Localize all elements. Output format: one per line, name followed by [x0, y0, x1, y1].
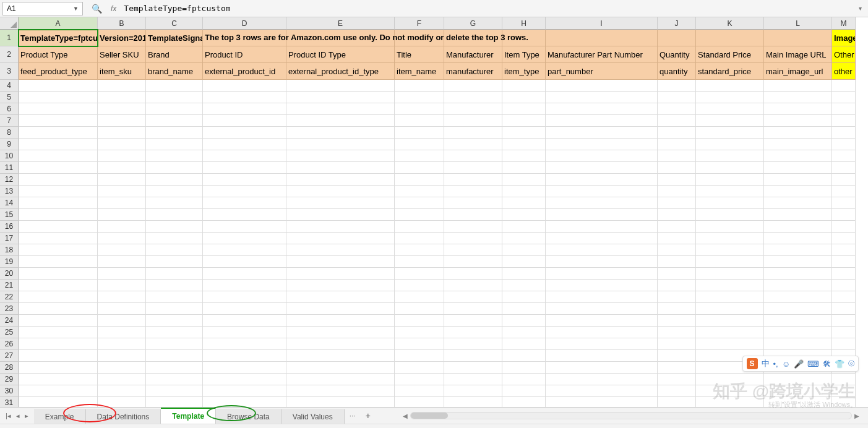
cell-G24[interactable] — [444, 315, 502, 327]
cell-E6[interactable] — [286, 103, 395, 115]
cell-I29[interactable] — [546, 374, 658, 385]
cell-A28[interactable] — [19, 362, 98, 374]
cell-D12[interactable] — [203, 174, 286, 186]
hscroll-right-icon[interactable]: ▶ — [852, 413, 862, 419]
row-header-21[interactable]: 21 — [0, 280, 19, 291]
cell-E3[interactable]: external_product_id_type — [286, 63, 395, 80]
cell-B24[interactable] — [98, 315, 146, 327]
cell-F17[interactable] — [395, 233, 444, 244]
cell-D31[interactable] — [203, 397, 286, 407]
name-box[interactable]: A1 ▼ — [2, 2, 83, 15]
cell-B30[interactable] — [98, 385, 146, 397]
cell-D21[interactable] — [203, 280, 286, 291]
cell-D18[interactable] — [203, 244, 286, 256]
cell-A13[interactable] — [19, 186, 98, 197]
sheet-tab-valid-values[interactable]: Valid Values — [281, 409, 345, 424]
cell-M19[interactable] — [832, 256, 856, 268]
spreadsheet[interactable]: ABCDEFGHIJKLM1TemplateType=fptcustomVers… — [0, 17, 868, 407]
cell-E19[interactable] — [286, 256, 395, 268]
cell-A1[interactable]: TemplateType=fptcustom — [19, 30, 98, 46]
cell-G14[interactable] — [444, 197, 502, 209]
cell-K24[interactable] — [696, 315, 764, 327]
cell-D6[interactable] — [203, 103, 286, 115]
cell-K30[interactable] — [696, 385, 764, 397]
cell-D28[interactable] — [203, 362, 286, 374]
cell-C6[interactable] — [146, 103, 203, 115]
cell-M8[interactable] — [832, 127, 856, 139]
cell-I1[interactable] — [546, 30, 658, 46]
cell-M4[interactable] — [832, 80, 856, 92]
cell-J8[interactable] — [658, 127, 696, 139]
cell-L26[interactable] — [764, 338, 832, 350]
cell-A24[interactable] — [19, 315, 98, 327]
cell-C28[interactable] — [146, 362, 203, 374]
cell-H11[interactable] — [502, 162, 546, 174]
row-header-9[interactable]: 9 — [0, 139, 19, 150]
cell-B31[interactable] — [98, 397, 146, 407]
cell-C30[interactable] — [146, 385, 203, 397]
cell-F24[interactable] — [395, 315, 444, 327]
cell-C25[interactable] — [146, 327, 203, 338]
ime-emoji-icon[interactable]: ☺ — [782, 359, 790, 369]
cell-G16[interactable] — [444, 221, 502, 233]
cell-K25[interactable] — [696, 327, 764, 338]
select-all-corner[interactable] — [0, 17, 19, 30]
cell-A26[interactable] — [19, 338, 98, 350]
cell-I13[interactable] — [546, 186, 658, 197]
cell-E24[interactable] — [286, 315, 395, 327]
cell-B27[interactable] — [98, 350, 146, 362]
cell-L30[interactable] — [764, 385, 832, 397]
cell-F28[interactable] — [395, 362, 444, 374]
cell-F27[interactable] — [395, 350, 444, 362]
col-header-E[interactable]: E — [286, 17, 395, 30]
cell-F7[interactable] — [395, 115, 444, 127]
col-header-J[interactable]: J — [658, 17, 696, 30]
cell-C4[interactable] — [146, 80, 203, 92]
cell-F4[interactable] — [395, 80, 444, 92]
cell-E12[interactable] — [286, 174, 395, 186]
cell-D5[interactable] — [203, 92, 286, 103]
cell-B21[interactable] — [98, 280, 146, 291]
cell-F15[interactable] — [395, 209, 444, 221]
cell-C26[interactable] — [146, 338, 203, 350]
cell-F22[interactable] — [395, 291, 444, 303]
row-header-1[interactable]: 1 — [0, 30, 19, 46]
row-header-18[interactable]: 18 — [0, 244, 19, 256]
formula-input[interactable] — [121, 2, 850, 15]
cell-K15[interactable] — [696, 209, 764, 221]
cell-H12[interactable] — [502, 174, 546, 186]
cell-B11[interactable] — [98, 162, 146, 174]
cell-F2[interactable]: Title — [395, 46, 444, 63]
cell-H4[interactable] — [502, 80, 546, 92]
cell-A15[interactable] — [19, 209, 98, 221]
col-header-A[interactable]: A — [19, 17, 98, 30]
cell-J12[interactable] — [658, 174, 696, 186]
cell-I3[interactable]: part_number — [546, 63, 658, 80]
cell-J19[interactable] — [658, 256, 696, 268]
cell-K23[interactable] — [696, 303, 764, 315]
cell-I23[interactable] — [546, 303, 658, 315]
cell-F21[interactable] — [395, 280, 444, 291]
cell-M7[interactable] — [832, 115, 856, 127]
cell-E17[interactable] — [286, 233, 395, 244]
cell-G25[interactable] — [444, 327, 502, 338]
cell-F29[interactable] — [395, 374, 444, 385]
cell-H31[interactable] — [502, 397, 546, 407]
ime-punct-icon[interactable]: •, — [773, 359, 778, 369]
cell-L2[interactable]: Main Image URL — [764, 46, 832, 63]
sheet-tab-example[interactable]: Example — [34, 409, 86, 424]
cell-G18[interactable] — [444, 244, 502, 256]
cell-B7[interactable] — [98, 115, 146, 127]
col-header-F[interactable]: F — [395, 17, 444, 30]
cell-D27[interactable] — [203, 350, 286, 362]
cell-G19[interactable] — [444, 256, 502, 268]
cell-I16[interactable] — [546, 221, 658, 233]
cell-L15[interactable] — [764, 209, 832, 221]
cell-E25[interactable] — [286, 327, 395, 338]
cell-H13[interactable] — [502, 186, 546, 197]
cell-M3[interactable]: other — [832, 63, 856, 80]
cell-J28[interactable] — [658, 362, 696, 374]
cell-M22[interactable] — [832, 291, 856, 303]
cell-F8[interactable] — [395, 127, 444, 139]
cell-G1[interactable] — [444, 30, 502, 46]
